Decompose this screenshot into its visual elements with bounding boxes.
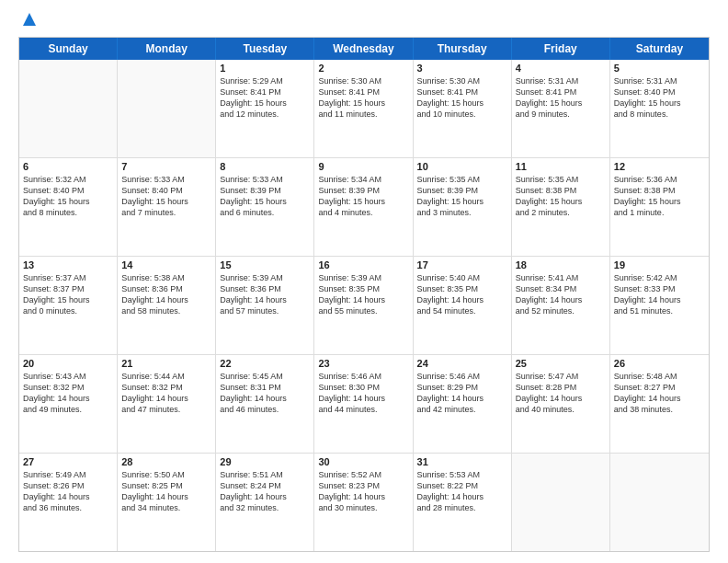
calendar-cell-day-23: 23Sunrise: 5:46 AMSunset: 8:30 PMDayligh… (314, 355, 413, 453)
weekday-header-thursday: Thursday (414, 38, 512, 60)
cell-info-line: and 2 minutes. (516, 207, 606, 218)
day-number: 23 (318, 358, 408, 369)
calendar-cell-day-25: 25Sunrise: 5:47 AMSunset: 8:28 PMDayligh… (512, 355, 610, 453)
day-number: 20 (23, 358, 113, 369)
cell-info-line: Sunset: 8:39 PM (417, 185, 507, 196)
calendar-cell-day-11: 11Sunrise: 5:35 AMSunset: 8:38 PMDayligh… (512, 158, 610, 256)
cell-info-line: and 10 minutes. (417, 109, 507, 120)
cell-info-line: Daylight: 15 hours (318, 196, 408, 207)
weekday-header-monday: Monday (118, 38, 216, 60)
day-number: 28 (121, 456, 211, 467)
cell-info-line: and 36 minutes. (23, 502, 113, 513)
cell-info-line: Daylight: 14 hours (417, 294, 507, 305)
cell-info-line: Daylight: 15 hours (614, 196, 705, 207)
cell-info-line: Sunrise: 5:43 AM (23, 371, 113, 382)
cell-info-line: Sunset: 8:23 PM (318, 480, 408, 491)
day-number: 8 (220, 161, 310, 172)
cell-info-line: Daylight: 14 hours (220, 491, 310, 502)
calendar-cell-day-15: 15Sunrise: 5:39 AMSunset: 8:36 PMDayligh… (216, 257, 314, 354)
day-number: 15 (220, 259, 310, 270)
cell-info-line: Sunrise: 5:37 AM (23, 272, 113, 283)
day-number: 16 (318, 259, 408, 270)
cell-info-line: and 54 minutes. (417, 305, 507, 316)
weekday-header-wednesday: Wednesday (314, 38, 413, 60)
calendar: SundayMondayTuesdayWednesdayThursdayFrid… (18, 37, 710, 552)
day-number: 26 (614, 358, 705, 369)
cell-info-line: Sunrise: 5:33 AM (220, 174, 310, 185)
cell-info-line: and 55 minutes. (318, 305, 408, 316)
calendar-cell-day-14: 14Sunrise: 5:38 AMSunset: 8:36 PMDayligh… (118, 257, 216, 354)
day-number: 13 (23, 259, 113, 270)
weekday-header-friday: Friday (512, 38, 610, 60)
calendar-cell-day-27: 27Sunrise: 5:49 AMSunset: 8:26 PMDayligh… (19, 454, 118, 551)
calendar-cell-day-5: 5Sunrise: 5:31 AMSunset: 8:40 PMDaylight… (610, 60, 709, 157)
day-number: 3 (417, 63, 507, 74)
cell-info-line: Daylight: 15 hours (23, 294, 113, 305)
cell-info-line: and 3 minutes. (417, 207, 507, 218)
page: SundayMondayTuesdayWednesdayThursdayFrid… (0, 0, 728, 563)
calendar-cell-day-24: 24Sunrise: 5:46 AMSunset: 8:29 PMDayligh… (414, 355, 512, 453)
cell-info-line: Daylight: 14 hours (516, 393, 606, 404)
cell-info-line: Sunset: 8:32 PM (23, 382, 113, 393)
cell-info-line: Sunset: 8:26 PM (23, 480, 113, 491)
cell-info-line: and 51 minutes. (614, 305, 705, 316)
day-number: 5 (614, 63, 705, 74)
cell-info-line: Sunset: 8:36 PM (220, 283, 310, 294)
calendar-cell-day-3: 3Sunrise: 5:30 AMSunset: 8:41 PMDaylight… (414, 60, 512, 157)
calendar-body: 1Sunrise: 5:29 AMSunset: 8:41 PMDaylight… (19, 60, 709, 551)
day-number: 24 (417, 358, 507, 369)
calendar-cell-empty (610, 454, 709, 551)
cell-info-line: Daylight: 14 hours (614, 393, 705, 404)
cell-info-line: Daylight: 15 hours (516, 196, 606, 207)
cell-info-line: and 7 minutes. (121, 207, 211, 218)
cell-info-line: Sunrise: 5:52 AM (318, 469, 408, 480)
day-number: 31 (417, 456, 507, 467)
cell-info-line: and 58 minutes. (121, 305, 211, 316)
cell-info-line: Sunrise: 5:51 AM (220, 469, 310, 480)
cell-info-line: Sunrise: 5:34 AM (318, 174, 408, 185)
day-number: 27 (23, 456, 113, 467)
cell-info-line: Sunrise: 5:39 AM (318, 272, 408, 283)
cell-info-line: Daylight: 14 hours (220, 294, 310, 305)
day-number: 29 (220, 456, 310, 467)
cell-info-line: Sunset: 8:38 PM (614, 185, 705, 196)
cell-info-line: and 28 minutes. (417, 502, 507, 513)
calendar-cell-empty (512, 454, 610, 551)
calendar-cell-day-9: 9Sunrise: 5:34 AMSunset: 8:39 PMDaylight… (314, 158, 413, 256)
day-number: 11 (516, 161, 606, 172)
cell-info-line: Daylight: 14 hours (417, 491, 507, 502)
cell-info-line: Sunset: 8:30 PM (318, 382, 408, 393)
cell-info-line: Daylight: 15 hours (23, 196, 113, 207)
cell-info-line: Sunset: 8:27 PM (614, 382, 705, 393)
logo-icon (21, 11, 38, 28)
cell-info-line: and 34 minutes. (121, 502, 211, 513)
calendar-cell-day-8: 8Sunrise: 5:33 AMSunset: 8:39 PMDaylight… (216, 158, 314, 256)
cell-info-line: Sunset: 8:35 PM (417, 283, 507, 294)
cell-info-line: Sunrise: 5:36 AM (614, 174, 705, 185)
cell-info-line: Daylight: 14 hours (417, 393, 507, 404)
cell-info-line: Sunset: 8:29 PM (417, 382, 507, 393)
day-number: 7 (121, 161, 211, 172)
cell-info-line: Sunset: 8:38 PM (516, 185, 606, 196)
svg-marker-0 (23, 13, 36, 26)
cell-info-line: Sunset: 8:40 PM (121, 185, 211, 196)
calendar-row-3: 13Sunrise: 5:37 AMSunset: 8:37 PMDayligh… (19, 256, 709, 354)
cell-info-line: and 32 minutes. (220, 502, 310, 513)
weekday-header-tuesday: Tuesday (216, 38, 314, 60)
calendar-cell-day-30: 30Sunrise: 5:52 AMSunset: 8:23 PMDayligh… (314, 454, 413, 551)
calendar-cell-day-12: 12Sunrise: 5:36 AMSunset: 8:38 PMDayligh… (610, 158, 709, 256)
cell-info-line: and 9 minutes. (516, 109, 606, 120)
cell-info-line: Sunrise: 5:38 AM (121, 272, 211, 283)
calendar-cell-day-2: 2Sunrise: 5:30 AMSunset: 8:41 PMDaylight… (314, 60, 413, 157)
calendar-cell-day-6: 6Sunrise: 5:32 AMSunset: 8:40 PMDaylight… (19, 158, 118, 256)
cell-info-line: Sunrise: 5:44 AM (121, 371, 211, 382)
cell-info-line: Daylight: 14 hours (318, 294, 408, 305)
cell-info-line: Daylight: 14 hours (318, 393, 408, 404)
cell-info-line: and 46 minutes. (220, 404, 310, 415)
cell-info-line: Sunrise: 5:41 AM (516, 272, 606, 283)
logo (18, 15, 38, 28)
calendar-cell-day-22: 22Sunrise: 5:45 AMSunset: 8:31 PMDayligh… (216, 355, 314, 453)
cell-info-line: Sunrise: 5:35 AM (516, 174, 606, 185)
cell-info-line: Sunset: 8:36 PM (121, 283, 211, 294)
weekday-header-sunday: Sunday (19, 38, 118, 60)
